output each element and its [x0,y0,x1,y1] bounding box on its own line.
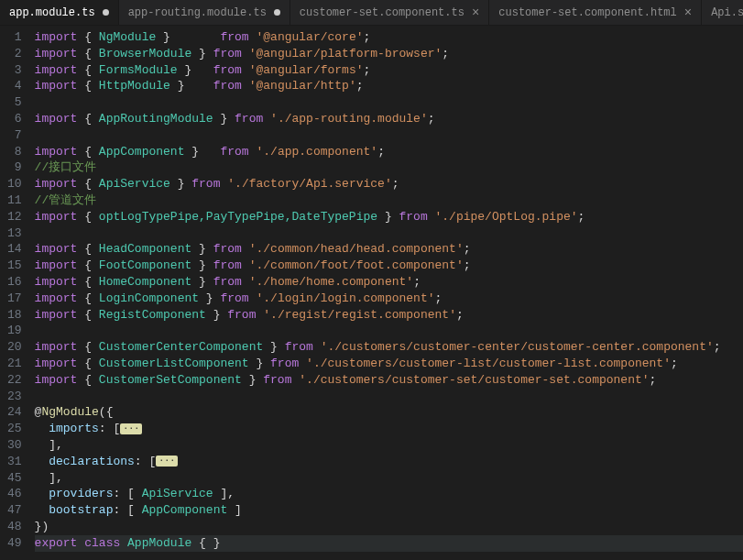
editor-area[interactable]: 1234567891011121314151617181920212223242… [0,26,743,560]
tab-label: customer-set.component.html [498,6,676,19]
tab-customer-set-html[interactable]: customer-set.component.html × [489,0,702,25]
tab-label: Api.servic [711,6,743,19]
tab-label: app-routing.module.ts [128,6,267,19]
tab-api-service[interactable]: Api.servic [702,0,743,25]
code-content[interactable]: import { NgModule } from '@angular/core'… [35,26,743,560]
dirty-dot-icon [103,9,109,16]
tab-bar: app.module.ts app-routing.module.ts cust… [0,0,743,26]
tab-customer-set-ts[interactable]: customer-set.component.ts × [290,0,489,25]
dirty-dot-icon [274,9,280,16]
tab-label: app.module.ts [9,6,95,19]
tab-app-module[interactable]: app.module.ts [0,0,119,25]
close-icon[interactable]: × [472,5,479,20]
line-gutter: 1234567891011121314151617181920212223242… [0,26,35,560]
close-icon[interactable]: × [684,5,692,20]
tab-label: customer-set.component.ts [300,6,464,19]
tab-app-routing[interactable]: app-routing.module.ts [119,0,290,25]
